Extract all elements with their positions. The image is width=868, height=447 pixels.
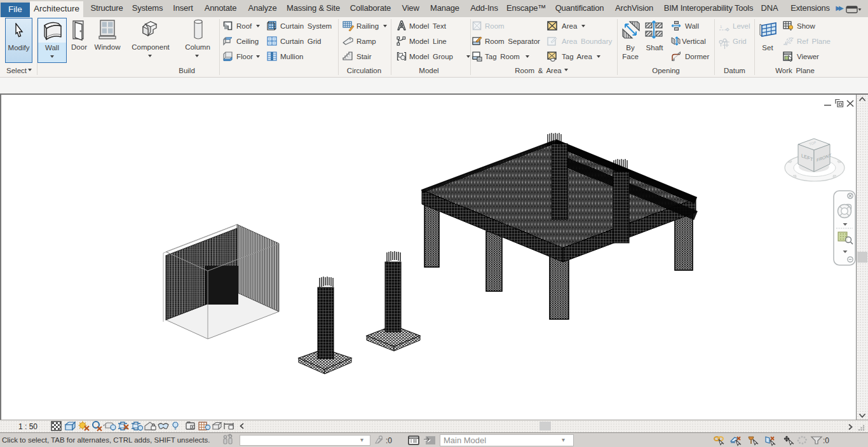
svg-text:1 : 50: 1 : 50 bbox=[18, 422, 37, 431]
svg-text::0: :0 bbox=[823, 436, 829, 445]
svg-text::0: :0 bbox=[386, 436, 392, 445]
svg-text:1: 1 bbox=[720, 25, 722, 29]
